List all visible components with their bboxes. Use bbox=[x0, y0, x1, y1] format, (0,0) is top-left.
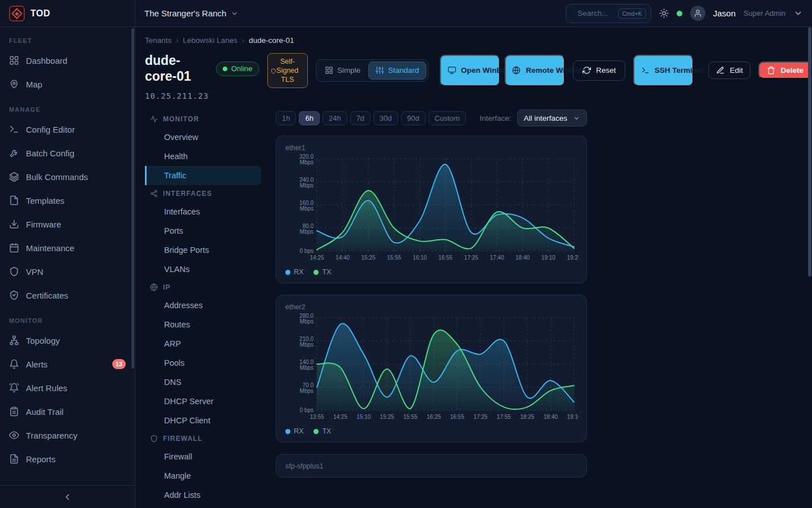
subnav-item-bridge-ports[interactable]: Bridge Ports bbox=[145, 240, 261, 260]
sidebar-item-label: Config Editor bbox=[26, 125, 75, 134]
subnav-section-firewall: FIREWALL bbox=[145, 430, 261, 447]
subnav-item-vlans[interactable]: VLANs bbox=[145, 260, 261, 279]
app-name: TOD bbox=[30, 8, 50, 19]
calendar-icon bbox=[9, 243, 19, 253]
subnav-item-firewall[interactable]: Firewall bbox=[145, 447, 261, 466]
mode-simple-option[interactable]: Simple bbox=[318, 62, 367, 80]
tls-shield-icon bbox=[271, 68, 276, 74]
refresh-icon bbox=[582, 66, 591, 75]
chevron-down-icon bbox=[573, 115, 580, 122]
sidebar-collapse-button[interactable] bbox=[0, 485, 135, 508]
avatar[interactable] bbox=[690, 6, 705, 21]
user-menu-button[interactable] bbox=[793, 8, 803, 18]
range-pill-24h[interactable]: 24h bbox=[323, 111, 347, 125]
sidebar-item-alerts[interactable]: Alerts13 bbox=[0, 352, 135, 376]
range-pill-custom[interactable]: Custom bbox=[429, 111, 466, 125]
sidebar-item-label: Maintenance bbox=[26, 243, 74, 253]
user-name: Jason bbox=[713, 8, 736, 18]
sidebar-item-label: VPN bbox=[26, 267, 43, 277]
page-scrollbar[interactable] bbox=[808, 27, 811, 277]
sidebar-item-certificates[interactable]: Certificates bbox=[0, 283, 135, 307]
subnav-item-overview[interactable]: Overview bbox=[145, 128, 261, 147]
sidebar-section-title: FLEET bbox=[0, 27, 135, 49]
sidebar-item-maintenance[interactable]: Maintenance bbox=[0, 236, 135, 260]
search-input[interactable] bbox=[577, 9, 614, 17]
sidebar-item-alert-rules[interactable]: Alert Rules bbox=[0, 376, 135, 400]
sidebar-item-map[interactable]: Map bbox=[0, 72, 135, 96]
subnav-item-dns[interactable]: DNS bbox=[145, 373, 261, 392]
subnav-item-addr-lists[interactable]: Addr Lists bbox=[145, 485, 261, 505]
subnav-item-interfaces[interactable]: Interfaces bbox=[145, 202, 261, 221]
subnav-section-monitor: MONITOR bbox=[145, 111, 261, 128]
subnav-item-addresses[interactable]: Addresses bbox=[145, 296, 261, 315]
svg-text:15:55: 15:55 bbox=[387, 255, 401, 261]
breadcrumb-separator: › bbox=[176, 37, 178, 45]
subnav-item-traffic[interactable]: Traffic bbox=[145, 166, 261, 185]
global-search[interactable]: Cmd+K bbox=[566, 4, 651, 23]
range-pill-90d[interactable]: 90d bbox=[401, 111, 426, 125]
subnav-item-routes[interactable]: Routes bbox=[145, 315, 261, 334]
sidebar-item-templates[interactable]: Templates bbox=[0, 189, 135, 212]
range-pill-6h[interactable]: 6h bbox=[299, 111, 319, 125]
sidebar-item-firmware[interactable]: Firmware bbox=[0, 212, 135, 236]
alerts-count-badge: 13 bbox=[112, 359, 126, 369]
clipboard-icon bbox=[9, 406, 19, 417]
sidebar-scrollbar[interactable] bbox=[131, 28, 134, 369]
sidebar-item-label: Audit Trail bbox=[26, 407, 64, 417]
sidebar-item-transparency[interactable]: Transparency bbox=[0, 423, 135, 447]
svg-text:18:40: 18:40 bbox=[544, 414, 558, 420]
sidebar-item-config-editor[interactable]: Config Editor bbox=[0, 117, 135, 141]
sidebar-item-batch-config[interactable]: Batch Config bbox=[0, 141, 135, 165]
app-logo[interactable]: TOD bbox=[0, 0, 135, 27]
svg-text:16:55: 16:55 bbox=[450, 414, 464, 420]
subnav-item-ports[interactable]: Ports bbox=[145, 221, 261, 240]
svg-text:16:55: 16:55 bbox=[438, 255, 452, 261]
range-pill-1h[interactable]: 1h bbox=[276, 111, 296, 125]
theme-toggle-button[interactable] bbox=[659, 8, 669, 18]
subnav-item-dhcp-server[interactable]: DHCP Server bbox=[145, 392, 261, 411]
chevron-left-icon bbox=[63, 492, 72, 502]
main-content: Tenants › Lebowski Lanes › dude-core-01 … bbox=[135, 27, 812, 508]
mode-standard-option[interactable]: Standard bbox=[368, 62, 426, 80]
breadcrumb-separator: › bbox=[242, 37, 244, 45]
subnav-item-arp[interactable]: ARP bbox=[145, 334, 261, 353]
interface-select[interactable]: All interfaces bbox=[517, 110, 587, 126]
ssh-terminal-button[interactable]: SSH Terminal bbox=[633, 55, 694, 86]
subnav-item-dhcp-client[interactable]: DHCP Client bbox=[145, 411, 261, 430]
sun-icon bbox=[659, 8, 669, 18]
subnav-item-pools[interactable]: Pools bbox=[145, 353, 261, 373]
device-subnav: MONITOROverviewHealthTrafficINTERFACESIn… bbox=[145, 111, 261, 505]
breadcrumb-device: dude-core-01 bbox=[249, 36, 294, 45]
remote-winbox-button[interactable]: Remote WinBox bbox=[505, 55, 565, 86]
range-pill-7d[interactable]: 7d bbox=[350, 111, 370, 125]
svg-text:160.0Mbps: 160.0Mbps bbox=[299, 200, 314, 212]
delete-button[interactable]: Delete bbox=[758, 62, 812, 79]
reset-button[interactable]: Reset bbox=[573, 60, 625, 81]
sidebar-item-dashboard[interactable]: Dashboard bbox=[0, 49, 135, 72]
sidebar-item-reports[interactable]: Reports bbox=[0, 447, 135, 471]
device-header: dude-core-01 10.25.211.23 Online Self-Si… bbox=[145, 52, 812, 100]
subnav-item-health[interactable]: Health bbox=[145, 147, 261, 166]
breadcrumb-tenant[interactable]: Lebowski Lanes bbox=[183, 36, 237, 45]
sidebar-item-label: Certificates bbox=[26, 291, 68, 300]
subnav-section-ip: IP bbox=[145, 279, 261, 296]
breadcrumb-tenants[interactable]: Tenants bbox=[145, 36, 171, 45]
svg-text:16:10: 16:10 bbox=[413, 255, 427, 261]
range-pill-30d[interactable]: 30d bbox=[373, 111, 398, 125]
open-winbox-button[interactable]: Open WinBox bbox=[440, 55, 500, 86]
bell-ring-icon bbox=[9, 383, 19, 393]
edit-button[interactable]: Edit bbox=[708, 62, 751, 79]
chart-card-ether1: ether10 bps80.0Mbps160.0Mbps240.0Mbps320… bbox=[276, 135, 587, 283]
sidebar-item-audit-trail[interactable]: Audit Trail bbox=[0, 400, 135, 423]
svg-text:15:10: 15:10 bbox=[356, 414, 370, 420]
svg-text:19:25: 19:25 bbox=[567, 255, 579, 261]
subnav-item-mangle[interactable]: Mangle bbox=[145, 466, 261, 485]
sidebar-item-bulk-commands[interactable]: Bulk Commands bbox=[0, 165, 135, 189]
monitor-icon bbox=[448, 66, 456, 75]
sidebar-item-topology[interactable]: Topology bbox=[0, 329, 135, 352]
user-icon bbox=[694, 9, 702, 17]
tenant-selector[interactable]: The Stranger's Ranch bbox=[144, 8, 239, 18]
sidebar-item-vpn[interactable]: VPN bbox=[0, 260, 135, 283]
breadcrumb: Tenants › Lebowski Lanes › dude-core-01 bbox=[145, 36, 812, 45]
terminal-icon bbox=[9, 124, 19, 134]
